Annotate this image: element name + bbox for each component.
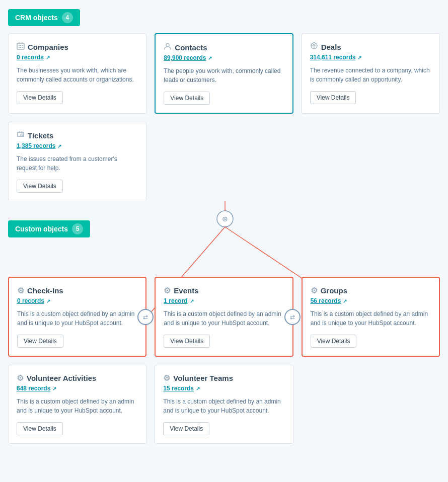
checkins-ext-icon: ↗: [46, 298, 50, 304]
checkins-records-link[interactable]: 0 records: [17, 297, 44, 304]
checkins-view-details-button[interactable]: View Details: [17, 335, 63, 348]
custom-section: Custom objects 5: [0, 211, 448, 245]
companies-card: Companies 0 records ↗ The businesses you…: [8, 33, 146, 114]
crm-section: CRM objects 4: [0, 0, 448, 201]
deals-view-details-button[interactable]: View Details: [310, 91, 356, 104]
deals-icon: [310, 42, 318, 52]
volunteer-activities-card: ⚙ Volunteer Activities 648 records ↗ Thi…: [8, 365, 146, 444]
crm-section-header: CRM objects 4: [8, 9, 80, 26]
checkins-card: ⚙ Check-Ins 0 records ↗ This is a custom…: [8, 277, 146, 357]
deals-ext-icon: ↗: [357, 55, 361, 60]
tickets-card: Tickets 1,385 records ↗ The issues creat…: [8, 122, 146, 201]
contacts-ext-icon: ↗: [208, 55, 212, 61]
events-records-link[interactable]: 1 record: [164, 297, 187, 304]
custom-section-title: Custom objects: [15, 225, 68, 233]
custom-section-badge: 5: [72, 223, 83, 234]
contacts-card: Contacts 89,900 records ↗ The people you…: [155, 33, 293, 114]
crm-row-1: Companies 0 records ↗ The businesses you…: [0, 33, 448, 114]
groups-title: Groups: [321, 286, 347, 295]
svg-rect-5: [20, 47, 21, 48]
svg-rect-2: [20, 45, 21, 46]
deals-description: The revenue connected to a company, whic…: [310, 66, 431, 84]
crm-row-2: Tickets 1,385 records ↗ The issues creat…: [0, 122, 448, 201]
tickets-description: The issues created from a customer's req…: [17, 154, 138, 173]
contacts-icon: [164, 42, 172, 52]
events-title: Events: [174, 286, 198, 295]
volunteer-activities-description: This is a custom object defined by an ad…: [17, 397, 138, 415]
companies-view-details-button[interactable]: View Details: [17, 91, 63, 104]
tickets-ext-icon: ↗: [57, 143, 61, 149]
groups-icon: ⚙: [311, 286, 318, 295]
volunteer-teams-card: ⚙ Volunteer Teams 15 records ↗ This is a…: [155, 365, 293, 444]
companies-ext-icon: ↗: [46, 55, 50, 60]
checkins-description: This is a custom object defined by an ad…: [17, 309, 137, 328]
svg-point-7: [166, 44, 169, 47]
events-connector: ⇄: [284, 309, 301, 325]
volunteer-teams-view-details-button[interactable]: View Details: [163, 422, 209, 435]
volunteer-activities-records-link[interactable]: 648 records: [17, 385, 50, 392]
custom-section-header: Custom objects 5: [8, 220, 90, 237]
contacts-description: The people you work with, commonly calle…: [164, 66, 284, 85]
custom-row-1: ⚙ Check-Ins 0 records ↗ This is a custom…: [0, 277, 448, 357]
checkins-icon: ⚙: [17, 286, 24, 295]
events-description: This is a custom object defined by an ad…: [164, 309, 284, 328]
volunteer-teams-title: Volunteer Teams: [173, 374, 233, 382]
tickets-records-link[interactable]: 1,385 records: [17, 142, 55, 149]
tickets-title: Tickets: [28, 131, 53, 140]
volunteer-teams-icon: ⚙: [163, 373, 170, 383]
svg-rect-3: [22, 45, 23, 46]
deals-card: Deals 314,611 records ↗ The revenue conn…: [302, 33, 440, 114]
volunteer-activities-title: Volunteer Activities: [27, 374, 96, 382]
volunteer-activities-icon: ⚙: [17, 373, 24, 383]
events-icon: ⚙: [164, 286, 171, 295]
volunteer-teams-description: This is a custom object defined by an ad…: [163, 397, 284, 415]
deals-records-link[interactable]: 314,611 records: [310, 54, 356, 61]
events-ext-icon: ↗: [190, 298, 194, 304]
deals-title: Deals: [321, 43, 341, 51]
crm-section-badge: 4: [62, 12, 73, 23]
groups-records-link[interactable]: 56 records: [311, 297, 341, 304]
volunteer-teams-records-link[interactable]: 15 records: [163, 385, 194, 392]
custom-row-2: ⚙ Volunteer Activities 648 records ↗ Thi…: [0, 365, 448, 444]
crm-section-title: CRM objects: [15, 14, 58, 22]
groups-description: This is a custom object defined by an ad…: [311, 309, 431, 328]
contacts-view-details-button[interactable]: View Details: [164, 92, 210, 105]
companies-title: Companies: [28, 43, 68, 51]
svg-rect-1: [19, 45, 20, 46]
companies-records-link[interactable]: 0 records: [17, 54, 44, 61]
events-card: ⚙ Events 1 record ↗ This is a custom obj…: [155, 277, 293, 357]
svg-rect-6: [22, 47, 23, 48]
tickets-view-details-button[interactable]: View Details: [17, 180, 63, 193]
volunteer-activities-ext-icon: ↗: [52, 386, 56, 391]
companies-description: The businesses you work with, which are …: [17, 66, 138, 84]
svg-rect-0: [17, 43, 24, 49]
tickets-icon: [17, 130, 25, 140]
groups-card: ⚙ Groups 56 records ↗ This is a custom o…: [302, 277, 440, 357]
companies-icon: [17, 42, 25, 52]
contacts-title: Contacts: [175, 43, 207, 52]
events-view-details-button[interactable]: View Details: [164, 335, 210, 348]
volunteer-activities-view-details-button[interactable]: View Details: [17, 422, 63, 435]
groups-view-details-button[interactable]: View Details: [311, 335, 357, 348]
checkins-connector: ⇄: [137, 309, 154, 325]
volunteer-teams-ext-icon: ↗: [196, 386, 200, 391]
contacts-records-link[interactable]: 89,900 records: [164, 54, 206, 61]
groups-ext-icon: ↗: [343, 298, 347, 304]
checkins-title: Check-Ins: [27, 286, 63, 295]
svg-rect-4: [19, 47, 20, 48]
